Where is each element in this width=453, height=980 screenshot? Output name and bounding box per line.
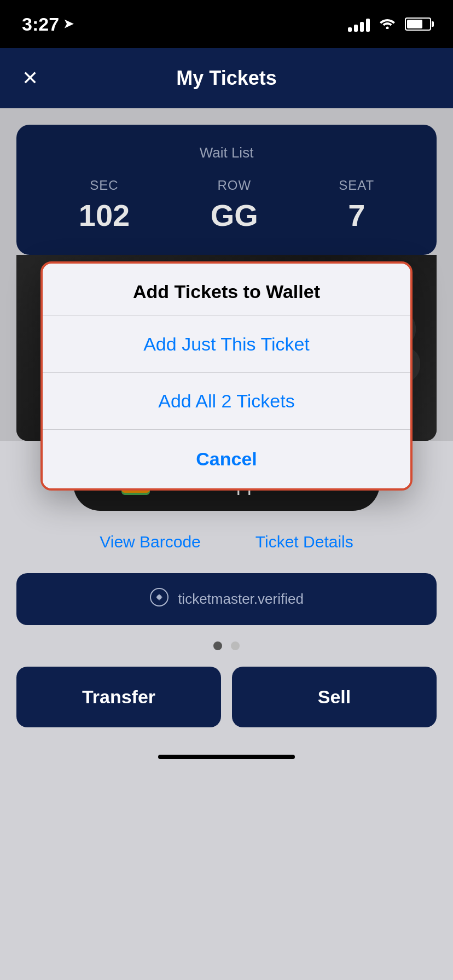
location-arrow-icon: ➤	[63, 17, 73, 31]
wifi-icon	[379, 15, 396, 33]
time-display: 3:27	[22, 14, 59, 35]
home-indicator	[158, 755, 295, 759]
ticket-details-link[interactable]: Ticket Details	[255, 533, 353, 551]
dot-2	[231, 641, 240, 650]
sell-button-label: Sell	[318, 686, 351, 707]
header: ✕ My Tickets	[0, 48, 453, 108]
signal-icon	[348, 16, 370, 32]
ticketmaster-verified-bar: ticketmaster.verified	[16, 573, 437, 625]
dot-1	[213, 641, 222, 650]
battery-icon	[405, 18, 431, 31]
add-just-this-ticket-option[interactable]: Add Just This Ticket	[43, 316, 410, 373]
ticketmaster-verified-text: ticketmaster.verified	[178, 591, 304, 608]
svg-point-10	[157, 595, 161, 599]
bottom-buttons: Transfer Sell	[0, 667, 453, 749]
sell-button[interactable]: Sell	[232, 667, 437, 727]
dialog-overlay: Add Tickets to Wallet Add Just This Tick…	[0, 108, 453, 441]
add-all-tickets-option[interactable]: Add All 2 Tickets	[43, 373, 410, 430]
action-sheet: Add Tickets to Wallet Add Just This Tick…	[40, 261, 413, 491]
svg-point-0	[386, 27, 389, 30]
status-icons	[348, 15, 431, 33]
add-all-tickets-label: Add All 2 Tickets	[158, 390, 294, 411]
pagination-dots	[0, 641, 453, 650]
cancel-label: Cancel	[196, 448, 257, 469]
transfer-button-label: Transfer	[82, 686, 155, 707]
status-bar: 3:27 ➤	[0, 0, 453, 48]
add-just-this-ticket-label: Add Just This Ticket	[143, 334, 310, 354]
transfer-button[interactable]: Transfer	[16, 667, 221, 727]
ticketmaster-icon	[149, 587, 169, 611]
view-barcode-link[interactable]: View Barcode	[100, 533, 201, 551]
cancel-option[interactable]: Cancel	[43, 430, 410, 488]
close-button[interactable]: ✕	[22, 67, 38, 90]
main-content: Wait List SEC 102 ROW GG SEAT 7 HOU TB	[0, 108, 453, 441]
action-links-row: View Barcode Ticket Details	[16, 533, 437, 551]
action-sheet-header: Add Tickets to Wallet	[43, 264, 410, 316]
status-time: 3:27 ➤	[22, 14, 73, 35]
page-title: My Tickets	[176, 67, 276, 90]
action-sheet-title-text: Add Tickets to Wallet	[133, 281, 320, 302]
